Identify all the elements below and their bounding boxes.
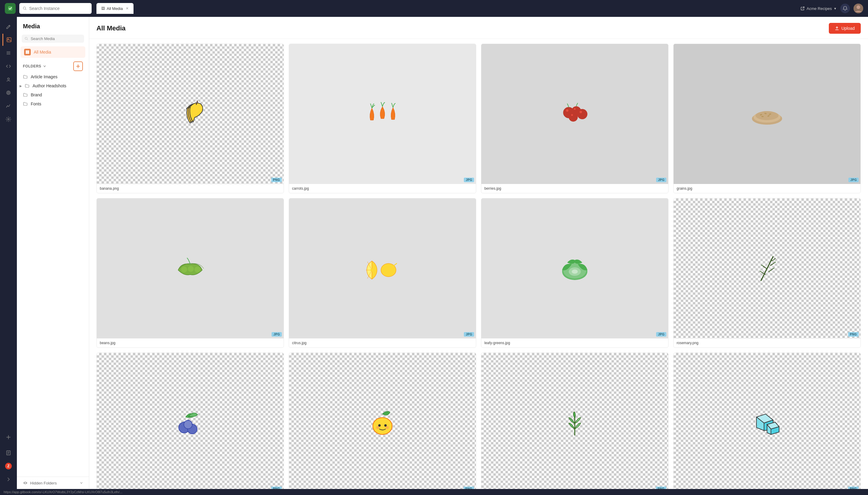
folder-name: Brand (31, 92, 42, 97)
all-media-tab[interactable]: 🖼 All Media ✕ (96, 3, 133, 14)
sidenav-add[interactable] (2, 431, 15, 443)
sidenav-badge[interactable]: Z (2, 460, 15, 472)
svg-point-55 (188, 266, 194, 272)
media-item[interactable]: PNG rosemary.png (673, 198, 861, 348)
media-thumbnail: JPG (289, 199, 476, 338)
svg-point-13 (8, 92, 9, 93)
folder-fonts[interactable]: Fonts (17, 99, 89, 108)
svg-rect-27 (28, 52, 29, 53)
media-thumbnail: PNG (674, 353, 861, 489)
folder-expand-arrow[interactable]: ▶ (18, 83, 23, 88)
folder-icon (23, 92, 28, 97)
sidebar-title: Media (17, 17, 89, 32)
media-type-badge: PNG (848, 332, 859, 337)
sidenav-code[interactable] (2, 60, 15, 72)
content-area: Media All Media (17, 17, 868, 489)
user-avatar[interactable] (853, 4, 863, 13)
svg-point-1 (23, 7, 26, 9)
media-item[interactable]: PNG ice.png (673, 353, 861, 489)
svg-point-42 (574, 108, 576, 110)
folder-icon (23, 74, 28, 79)
all-media-btn[interactable]: All Media (20, 46, 85, 58)
svg-point-6 (8, 38, 9, 39)
top-bar-right: Acme Recipes ▼ (801, 4, 863, 13)
folder-icon (23, 101, 28, 106)
media-item[interactable]: PNG blueberries.png (96, 353, 284, 489)
media-thumbnail: JPG (97, 199, 284, 338)
all-media-label: All Media (34, 50, 51, 54)
main-content-header: All Media Upload (89, 17, 868, 39)
media-item[interactable]: JPG leafy-greens.jpg (481, 198, 669, 348)
folder-name: Author Headshots (33, 83, 66, 88)
instance-name[interactable]: Acme Recipes ▼ (801, 6, 837, 11)
sidenav-settings[interactable] (2, 113, 15, 125)
media-item[interactable]: JPG beans.jpg (96, 198, 284, 348)
tab-close-btn[interactable]: ✕ (126, 6, 129, 11)
media-item[interactable]: JPG berries.jpg (481, 44, 669, 193)
media-type-badge: JPG (464, 332, 474, 337)
folder-author-headshots[interactable]: Author Headshots (23, 81, 89, 90)
sidenav-target[interactable] (2, 87, 15, 99)
hidden-folders-chevron (80, 481, 83, 484)
media-item[interactable]: PNG lemon.png (289, 353, 476, 489)
sidenav-list[interactable] (2, 47, 15, 59)
upload-label: Upload (841, 26, 855, 31)
sidebar-panel: Media All Media (17, 17, 89, 489)
tab-image-icon: 🖼 (101, 6, 105, 11)
lemon-image (367, 408, 397, 438)
media-name: carrots.jpg (289, 184, 476, 193)
media-item[interactable]: JPG grains.jpg (673, 44, 861, 193)
svg-rect-24 (26, 51, 27, 52)
blueberries-image (174, 408, 207, 438)
sidenav-contacts[interactable] (2, 73, 15, 86)
svg-rect-26 (26, 52, 27, 53)
sidenav-edit[interactable] (2, 20, 15, 33)
svg-point-68 (184, 420, 192, 429)
media-name: rosemary.png (674, 338, 861, 347)
media-item[interactable]: JPG citrus.jpg (289, 198, 476, 348)
svg-point-35 (189, 107, 191, 108)
folder-author-headshots-row: ▶ Author Headshots (17, 81, 89, 90)
media-name: citrus.jpg (289, 338, 476, 347)
upload-icon (835, 26, 839, 30)
media-name: berries.jpg (481, 184, 668, 193)
folder-article-images[interactable]: Article Images (17, 72, 89, 81)
sidenav-expand[interactable] (2, 473, 15, 485)
bell-icon (843, 6, 848, 11)
hidden-folders-label: Hidden Folders (30, 481, 57, 485)
media-item[interactable]: PNG banana.png (96, 44, 284, 193)
folders-label: FOLDERS (23, 64, 41, 68)
media-type-badge: PNG (271, 487, 282, 489)
svg-line-22 (27, 39, 28, 40)
media-type-badge: PNG (656, 487, 666, 489)
hidden-folders-btn[interactable]: Hidden Folders (17, 477, 89, 489)
svg-point-70 (373, 417, 392, 434)
berries-image (558, 101, 591, 128)
media-name: beans.jpg (97, 338, 284, 347)
sidenav-notes[interactable] (2, 447, 15, 459)
add-folder-container: Add New Folder (71, 62, 83, 71)
media-thumbnail: PNG (289, 353, 476, 489)
svg-point-14 (8, 119, 9, 120)
search-instance-input[interactable] (29, 6, 88, 11)
media-item[interactable]: JPG carrots.jpg (289, 44, 476, 193)
svg-point-43 (579, 111, 582, 113)
sidenav-media[interactable] (2, 34, 15, 46)
search-media-input[interactable] (31, 36, 81, 41)
media-type-badge: JPG (272, 332, 282, 337)
folder-brand[interactable]: Brand (17, 90, 89, 99)
search-media-icon (25, 37, 28, 41)
media-thumbnail: PNG (674, 199, 861, 338)
notification-btn[interactable] (840, 4, 850, 13)
svg-rect-23 (26, 50, 29, 54)
svg-point-4 (856, 5, 860, 9)
sidenav-analytics[interactable] (2, 100, 15, 112)
upload-btn[interactable]: Upload (829, 23, 861, 34)
media-type-badge: PNG (271, 178, 282, 182)
media-name: grains.jpg (674, 184, 861, 193)
citrus-image (366, 255, 399, 282)
add-folder-btn[interactable] (73, 62, 83, 71)
media-item[interactable]: PNG herb.png (481, 353, 669, 489)
media-name: leafy-greens.jpg (481, 338, 668, 347)
status-bar: https://app.gitbook.com/o/-LKUXrO7WutbL3… (0, 489, 868, 495)
